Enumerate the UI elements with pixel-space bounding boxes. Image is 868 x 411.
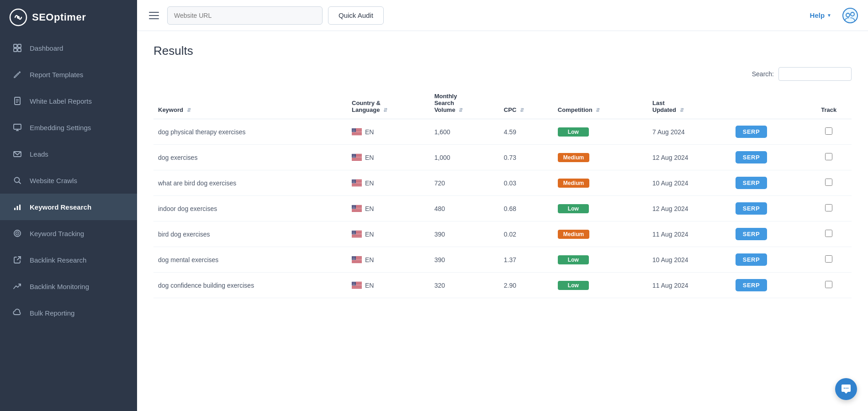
sidebar-item-backlink-monitoring[interactable]: Backlink Monitoring (0, 273, 137, 300)
svg-rect-197 (352, 262, 362, 263)
svg-rect-101 (352, 185, 362, 186)
sidebar-item-backlink-research[interactable]: Backlink Research (0, 247, 137, 273)
track-checkbox[interactable] (825, 281, 832, 288)
sort-icon-last-updated[interactable]: ⇵ (680, 107, 684, 113)
cell-last-updated: 12 Aug 2024 (648, 145, 731, 170)
cell-country: ★★★★★ ★★★★ ★★★★★ ★★★★ EN (347, 196, 430, 221)
table-row: what are bird dog exercises ★★★★★ ★★★★ ★… (153, 170, 852, 196)
cell-country: ★★★★★ ★★★★ ★★★★★ ★★★★ EN (347, 170, 430, 196)
svg-line-15 (19, 182, 21, 184)
content-area: Results Search: Keyword ⇵ Country &Langu… (137, 31, 868, 411)
cell-serp: SERP (731, 119, 806, 145)
table-row: dog mental exercises ★★★★★ ★★★★ ★★★★★ ★★… (153, 247, 852, 273)
sidebar-item-leads[interactable]: Leads (0, 141, 137, 167)
svg-point-14 (15, 178, 20, 183)
sidebar-item-keyword-research[interactable]: Keyword Research (0, 194, 137, 220)
track-checkbox[interactable] (825, 179, 832, 186)
svg-rect-98 (352, 184, 362, 184)
svg-rect-227 (352, 286, 362, 287)
serp-button[interactable]: SERP (736, 151, 767, 163)
help-button[interactable]: Help ▼ (805, 9, 836, 22)
language-code: EN (365, 179, 374, 187)
user-avatar-button[interactable] (842, 7, 859, 24)
col-header-cpc: CPC ⇵ (499, 87, 553, 119)
cell-track (806, 119, 852, 145)
cell-last-updated: 10 Aug 2024 (648, 170, 731, 196)
sidebar-item-dashboard[interactable]: Dashboard (0, 35, 137, 61)
serp-button[interactable]: SERP (736, 126, 767, 138)
track-checkbox[interactable] (825, 153, 832, 160)
track-checkbox[interactable] (825, 127, 832, 135)
sidebar-item-label: Report Templates (30, 71, 83, 79)
external-link-icon (12, 255, 22, 265)
sort-icon-keyword[interactable]: ⇵ (187, 107, 191, 113)
col-header-track: Track (806, 87, 852, 119)
sidebar-item-keyword-tracking[interactable]: Keyword Tracking (0, 220, 137, 247)
svg-rect-66 (352, 158, 362, 158)
main-panel: Quick Audit Help ▼ Results Search: (137, 0, 868, 411)
cell-cpc: 0.68 (499, 196, 553, 221)
svg-rect-35 (352, 133, 362, 133)
trending-up-icon (12, 281, 22, 291)
sidebar-item-bulk-reporting[interactable]: Bulk Reporting (0, 300, 137, 326)
table-row: indoor dog exercises ★★★★★ ★★★★ ★★★★★ ★★… (153, 196, 852, 221)
svg-rect-162 (352, 235, 362, 235)
svg-rect-38 (352, 135, 362, 135)
cell-cpc: 4.59 (499, 119, 553, 145)
sidebar-item-embedding-settings[interactable]: Embedding Settings (0, 114, 137, 141)
chat-bubble-button[interactable] (835, 378, 857, 400)
cell-volume: 720 (430, 170, 499, 196)
competition-badge: Low (558, 281, 589, 290)
competition-badge: Medium (558, 230, 589, 239)
svg-rect-18 (19, 205, 21, 210)
cell-last-updated: 7 Aug 2024 (648, 119, 731, 145)
track-checkbox[interactable] (825, 204, 832, 211)
serp-button[interactable]: SERP (736, 253, 767, 266)
cell-volume: 480 (430, 196, 499, 221)
col-header-last-updated: LastUpdated ⇵ (648, 87, 731, 119)
sidebar-item-white-label-reports[interactable]: White Label Reports (0, 88, 137, 114)
cell-last-updated: 11 Aug 2024 (648, 221, 731, 247)
sort-icon-volume[interactable]: ⇵ (459, 107, 463, 113)
cell-volume: 320 (430, 273, 499, 298)
svg-point-21 (17, 233, 18, 234)
svg-line-22 (17, 257, 21, 260)
url-input[interactable] (167, 6, 323, 25)
track-checkbox[interactable] (825, 255, 832, 263)
cell-serp: SERP (731, 170, 806, 196)
svg-point-251 (846, 388, 847, 389)
cell-competition: Low (553, 196, 648, 221)
search-input[interactable] (778, 67, 852, 81)
results-title: Results (153, 44, 852, 58)
track-checkbox[interactable] (825, 230, 832, 237)
hamburger-button[interactable] (146, 7, 162, 24)
serp-button[interactable]: SERP (736, 228, 767, 240)
svg-point-23 (843, 8, 857, 23)
svg-rect-97 (352, 183, 362, 184)
sidebar-item-report-templates[interactable]: Report Templates (0, 61, 137, 88)
logo[interactable]: SEOptimer (0, 0, 137, 35)
serp-button[interactable]: SERP (736, 177, 767, 189)
sidebar-item-label: Dashboard (30, 44, 63, 52)
sort-icon-cpc[interactable]: ⇵ (520, 107, 524, 113)
cell-cpc: 0.03 (499, 170, 553, 196)
serp-button[interactable]: SERP (736, 279, 767, 291)
quick-audit-button[interactable]: Quick Audit (328, 6, 384, 25)
target-icon (12, 228, 22, 238)
cell-cpc: 1.37 (499, 247, 553, 273)
sort-icon-country[interactable]: ⇵ (383, 107, 387, 113)
svg-rect-198 (352, 263, 362, 263)
svg-rect-10 (14, 124, 21, 129)
svg-rect-36 (352, 134, 362, 134)
sidebar-item-website-crawls[interactable]: Website Crawls (0, 167, 137, 194)
table-row: dog physical therapy exercises ★★★★★ ★★★… (153, 119, 852, 145)
mail-icon (12, 149, 22, 159)
cell-country: ★★★★★ ★★★★ ★★★★★ ★★★★ EN (347, 221, 430, 247)
cell-keyword: dog confidence building exercises (153, 273, 347, 298)
svg-rect-33 (352, 132, 362, 132)
svg-rect-228 (352, 287, 362, 288)
svg-rect-229 (352, 288, 362, 288)
serp-button[interactable]: SERP (736, 202, 767, 215)
cell-serp: SERP (731, 247, 806, 273)
sort-icon-competition[interactable]: ⇵ (596, 107, 600, 113)
